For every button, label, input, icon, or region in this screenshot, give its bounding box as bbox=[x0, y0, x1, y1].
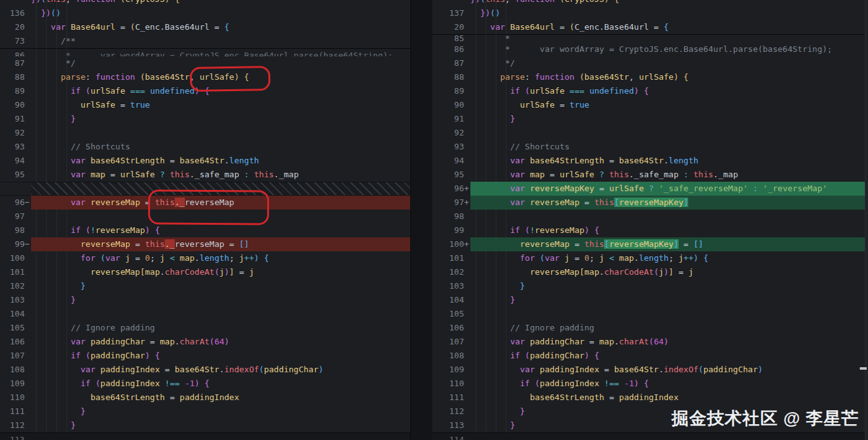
diff-line: 103 } bbox=[0, 293, 410, 307]
code-token: * bbox=[505, 34, 510, 42]
diff-line: 90 urlSafe = true bbox=[432, 98, 868, 112]
added-marker: + bbox=[464, 237, 470, 251]
code-token: }) bbox=[41, 8, 51, 18]
line-gutter: 95 bbox=[432, 168, 470, 182]
code-token: < bbox=[604, 253, 619, 263]
code-token: ; bbox=[150, 253, 160, 263]
code-token: reverseMap bbox=[530, 267, 579, 277]
code-token: j bbox=[565, 253, 570, 263]
line-number: 104 bbox=[10, 307, 25, 321]
line-number: 113 bbox=[10, 433, 25, 440]
diff-line: 92 bbox=[432, 126, 868, 140]
line-number: 102 bbox=[450, 265, 464, 279]
code-token: [] bbox=[239, 239, 249, 249]
code-token: . bbox=[224, 156, 229, 165]
diff-line: 89 if (urlSafe === undefined) { bbox=[432, 84, 868, 98]
diff-line: 104 bbox=[0, 307, 410, 321]
code-line: * var wordArray = CryptoJS.enc.Base64url… bbox=[31, 49, 410, 56]
line-number: 108 bbox=[10, 363, 25, 377]
code-token: reverseMap bbox=[185, 198, 234, 207]
code-token: CryptoJS bbox=[565, 0, 605, 4]
line-number: 98 bbox=[15, 223, 25, 237]
code-token: * var wordArray = CryptoJS.enc.Base64url… bbox=[505, 44, 833, 54]
code-token: // Ignore padding bbox=[510, 323, 594, 332]
code-token: ) { bbox=[634, 379, 648, 388]
line-number: 97 bbox=[15, 210, 25, 223]
line-gutter: 105 bbox=[432, 307, 470, 321]
line-gutter: 114 bbox=[432, 433, 470, 440]
code-line: parse: function (base64Str, urlSafe) { bbox=[31, 70, 410, 84]
code-token: base64StrLength bbox=[91, 156, 165, 165]
diff-line: 86 * var wordArray = CryptoJS.enc.Base64… bbox=[432, 42, 868, 56]
line-gutter: 113 bbox=[432, 418, 470, 432]
line-gutter: 108 bbox=[0, 363, 31, 377]
code-token: = bbox=[604, 156, 619, 165]
code-token: reverseMap bbox=[91, 198, 140, 207]
line-number: 97 bbox=[454, 196, 464, 210]
code-token: { bbox=[224, 22, 229, 32]
line-number: 101 bbox=[450, 251, 464, 265]
code-token: ? bbox=[644, 184, 658, 193]
code-line: } bbox=[31, 405, 410, 418]
line-number: 89 bbox=[454, 84, 464, 98]
code-token: . bbox=[175, 337, 180, 346]
diff-line: 109 var paddingIndex = base64Str.indexOf… bbox=[432, 363, 868, 377]
code-token: this bbox=[609, 170, 629, 179]
code-token: ++ bbox=[244, 253, 255, 263]
line-number: 73 bbox=[15, 34, 25, 48]
vertical-scrollbar[interactable] bbox=[865, 0, 868, 440]
code-token: ! bbox=[530, 225, 535, 235]
code-token: urlSafe bbox=[560, 170, 594, 179]
code-token: ! bbox=[91, 225, 96, 235]
line-number: 136 bbox=[10, 6, 25, 20]
line-gutter: 93 bbox=[0, 140, 31, 154]
code-token: var bbox=[105, 253, 125, 263]
code-token: j bbox=[679, 253, 684, 263]
code-token: = bbox=[210, 22, 224, 32]
code-line: } bbox=[31, 293, 410, 307]
code-token: C_enc.Base64url bbox=[135, 22, 209, 32]
code-token: = bbox=[555, 22, 569, 32]
line-gutter: 91 bbox=[432, 112, 470, 126]
code-token: map bbox=[91, 170, 105, 179]
code-token: length bbox=[199, 253, 229, 263]
code-token: var bbox=[520, 365, 539, 374]
code-token: . bbox=[614, 337, 619, 346]
line-number: 108 bbox=[450, 349, 464, 363]
code-line: */ bbox=[470, 56, 868, 70]
diff-right-panel[interactable]: })(this, function (CryptoJS) {137 })()20… bbox=[432, 0, 868, 440]
code-token: ( bbox=[525, 86, 530, 96]
code-token: ( bbox=[535, 379, 540, 388]
code-token: = bbox=[115, 100, 130, 110]
code-token: { bbox=[664, 22, 669, 32]
line-gutter bbox=[0, 182, 31, 195]
code-token: base64Str bbox=[145, 72, 189, 82]
code-token: [ bbox=[614, 198, 619, 207]
code-token: base64Str bbox=[175, 365, 219, 374]
line-number: 93 bbox=[454, 140, 464, 154]
code-line bbox=[31, 126, 410, 140]
code-token: ( bbox=[560, 0, 565, 4]
line-number: 91 bbox=[454, 112, 464, 126]
code-token: Base64url bbox=[71, 22, 115, 32]
line-number: 105 bbox=[10, 321, 25, 335]
code-line: var map = urlSafe ? this._safe_map : thi… bbox=[470, 168, 868, 182]
code-line: */ bbox=[31, 56, 410, 70]
diff-line: 112 } bbox=[0, 418, 410, 432]
line-number: 111 bbox=[450, 391, 464, 405]
code-token: var bbox=[510, 156, 530, 165]
line-gutter: 104 bbox=[432, 293, 470, 307]
code-token: = bbox=[165, 156, 179, 165]
code-token: reverseMap bbox=[91, 267, 140, 277]
code-line bbox=[470, 307, 868, 321]
diff-line: 94 var base64StrLength = base64Str.lengt… bbox=[0, 154, 410, 168]
code-token: 64 bbox=[654, 337, 664, 346]
code-token: paddingChar bbox=[264, 365, 318, 374]
code-token: , bbox=[66, 0, 76, 4]
code-token: }) bbox=[481, 8, 491, 18]
added-marker: + bbox=[464, 196, 470, 210]
diff-left-panel[interactable]: })(this, function (CryptoJS) {136 })()20… bbox=[0, 0, 411, 440]
code-token: map bbox=[180, 253, 194, 263]
line-gutter: 103 bbox=[0, 293, 31, 307]
diff-line: 114 bbox=[432, 432, 868, 440]
